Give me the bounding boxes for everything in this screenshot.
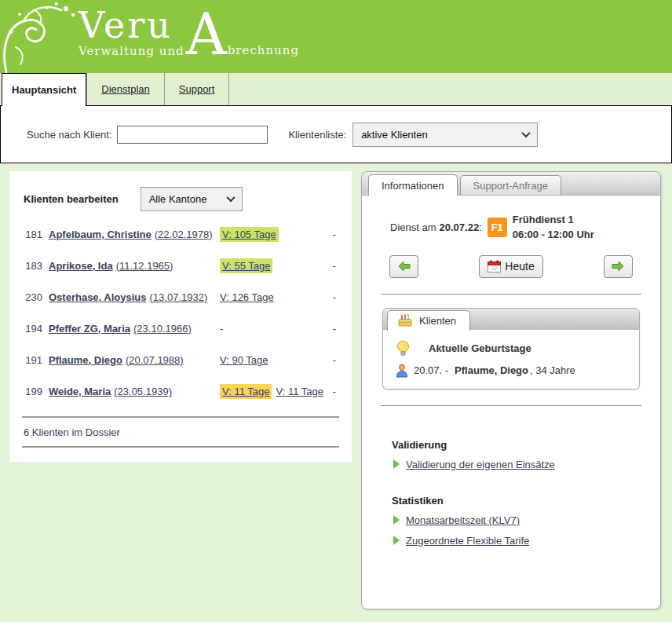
client-name-link[interactable]: Pflaume, Diego(20.07.1988) bbox=[49, 354, 184, 366]
row-dash: - bbox=[333, 386, 339, 397]
client-name: Pfeffer ZG, Maria bbox=[49, 323, 130, 335]
info-tab-bar: Informationen Support-Anfrage bbox=[362, 172, 660, 196]
client-id: 230 bbox=[22, 291, 42, 303]
logo-subtitle-right: brechnung bbox=[228, 43, 299, 58]
vacation-days-link[interactable]: V: 55 Tage bbox=[220, 258, 272, 273]
triangle-right-icon bbox=[393, 536, 400, 545]
triangle-right-icon bbox=[393, 459, 400, 469]
birthdays-heading: Aktuelle Geburtstage bbox=[429, 342, 531, 354]
validierung-heading: Validierung bbox=[392, 439, 645, 451]
calendar-icon: 12 bbox=[488, 260, 501, 273]
logo-text-a: A bbox=[186, 12, 227, 58]
statistiken-heading: Statistiken bbox=[392, 495, 645, 507]
client-name: Weide, Maria bbox=[49, 386, 111, 397]
row-dash: - bbox=[333, 260, 339, 272]
vacation-days-link[interactable]: V: 11 Tage bbox=[276, 384, 323, 399]
client-id: 181 bbox=[22, 229, 42, 240]
main-tab-bar: Hauptansicht Dienstplan Support bbox=[0, 73, 672, 106]
search-label: Suche nach Klient: bbox=[27, 129, 111, 141]
search-section: Suche nach Klient: Klientenliste: aktive… bbox=[0, 106, 672, 163]
birthdays-heading-row: Aktuelle Geburtstage bbox=[396, 340, 628, 357]
client-row: 191 Pflaume, Diego(20.07.1988) V: 90 Tag… bbox=[22, 344, 339, 375]
birthday-entry-date: 20.07. - bbox=[414, 364, 448, 376]
client-name-link[interactable]: Aprikose, Ida(11.12.1965) bbox=[49, 260, 173, 272]
tab-dienstplan-label: Dienstplan bbox=[101, 83, 149, 95]
client-row: 194 Pfeffer ZG, Maria(23.10.1966) - - bbox=[22, 313, 339, 344]
klienten-box: Klienten Aktuelle Geburtstage bbox=[382, 308, 640, 390]
flourish-decoration-icon bbox=[0, 0, 79, 73]
client-name-link[interactable]: Apfelbaum, Christine(22.02.1978) bbox=[49, 229, 212, 240]
lightbulb-icon bbox=[396, 340, 410, 357]
client-id: 199 bbox=[22, 386, 42, 397]
client-row: 199 Weide, Maria(23.05.1939) V: 11 TageV… bbox=[22, 375, 339, 407]
vacation-days-link[interactable]: V: 11 Tage bbox=[220, 384, 272, 399]
kanton-selected-value: Alle Kantone bbox=[149, 193, 207, 205]
client-row: 230 Osterhase, Aloysius(13.07.1932) V: 1… bbox=[22, 281, 339, 313]
birthday-cake-icon bbox=[398, 314, 412, 327]
clients-count-footer: 6 Klienten im Dossier bbox=[24, 426, 339, 438]
row-dash: - bbox=[333, 291, 339, 303]
tab-informationen[interactable]: Informationen bbox=[368, 174, 458, 196]
info-panel: Informationen Support-Anfrage Dienst am … bbox=[361, 171, 661, 609]
link-row: Zugeordnete Flexible Tarife bbox=[393, 535, 645, 547]
client-birthdate: (23.10.1966) bbox=[133, 323, 192, 335]
clients-panel-title: Klienten bearbeiten bbox=[24, 193, 119, 205]
tab-support-label: Support bbox=[179, 83, 215, 95]
vacation-days-link[interactable]: V: 90 Tage bbox=[220, 353, 268, 368]
divider bbox=[381, 405, 641, 406]
tab-support-anfrage[interactable]: Support-Anfrage bbox=[460, 175, 561, 195]
shift-time: 06:00 - 12:00 Uhr bbox=[513, 228, 594, 243]
info-panel-body: Dienst am 20.07.22 : F1 Frühdienst 1 06:… bbox=[362, 196, 660, 547]
arrow-right-icon bbox=[612, 261, 624, 272]
validierung-link[interactable]: Validierung der eigenen Einsätze bbox=[406, 459, 555, 470]
row-dash: - bbox=[333, 354, 339, 366]
client-name: Aprikose, Ida bbox=[49, 260, 113, 272]
klienten-box-tab-bar: Klienten bbox=[383, 309, 639, 330]
chevron-down-icon bbox=[521, 129, 530, 137]
client-name-link[interactable]: Osterhase, Aloysius(13.07.1932) bbox=[49, 291, 207, 303]
client-birthdate: (11.12.1965) bbox=[116, 260, 173, 272]
app-logo: Veru Verwaltung und A brechnung bbox=[79, 6, 299, 58]
clients-panel-header: Klienten bearbeiten Alle Kantone bbox=[24, 185, 339, 212]
vacation-days-link[interactable]: V: 105 Tage bbox=[220, 227, 279, 242]
client-name: Apfelbaum, Christine bbox=[49, 229, 152, 240]
date-navigation: 12 Heute bbox=[378, 255, 645, 278]
vacation-days-link[interactable]: V: 126 Tage bbox=[220, 290, 274, 305]
klientenliste-select[interactable]: aktive Klienten bbox=[352, 123, 538, 147]
duty-row: Dienst am 20.07.22 : F1 Frühdienst 1 06:… bbox=[390, 213, 645, 243]
clients-panel: Klienten bearbeiten Alle Kantone 181 Apf… bbox=[9, 171, 352, 462]
client-name: Osterhase, Aloysius bbox=[49, 291, 147, 303]
main-content: Klienten bearbeiten Alle Kantone 181 Apf… bbox=[0, 163, 672, 609]
duty-colon: : bbox=[479, 221, 482, 233]
kanton-select[interactable]: Alle Kantone bbox=[141, 187, 243, 211]
today-button[interactable]: 12 Heute bbox=[479, 255, 542, 278]
flexible-tarife-link[interactable]: Zugeordnete Flexible Tarife bbox=[406, 535, 529, 547]
link-row: Monatsarbeitszeit (KLV7) bbox=[393, 514, 645, 526]
klientenliste-selected-value: aktive Klienten bbox=[361, 129, 428, 141]
divider bbox=[22, 446, 339, 448]
klienten-tab-label: Klienten bbox=[419, 315, 456, 327]
klientenliste-label: Klientenliste: bbox=[288, 129, 346, 141]
next-day-button[interactable] bbox=[604, 255, 633, 278]
client-name-link[interactable]: Pfeffer ZG, Maria(23.10.1966) bbox=[49, 323, 192, 335]
person-icon bbox=[395, 364, 409, 378]
birthday-entry: 20.07. - Pflaume, Diego, 34 Jahre bbox=[395, 364, 628, 378]
row-dash: - bbox=[333, 323, 339, 335]
client-birthdate: (22.02.1978) bbox=[155, 229, 213, 240]
client-name-link[interactable]: Weide, Maria(23.05.1939) bbox=[49, 386, 172, 397]
tab-klienten[interactable]: Klienten bbox=[387, 310, 470, 331]
shift-badge: F1 bbox=[488, 218, 507, 237]
duty-date: 20.07.22 bbox=[440, 221, 480, 233]
tab-hauptansicht[interactable]: Hauptansicht bbox=[2, 73, 86, 106]
previous-day-button[interactable] bbox=[389, 255, 418, 278]
client-row: 181 Apfelbaum, Christine(22.02.1978) V: … bbox=[22, 218, 339, 250]
badge-placeholder: - bbox=[220, 323, 223, 335]
app-header: Veru Verwaltung und A brechnung bbox=[0, 0, 672, 73]
search-input[interactable] bbox=[117, 126, 268, 144]
tab-dienstplan[interactable]: Dienstplan bbox=[86, 73, 164, 105]
tab-support[interactable]: Support bbox=[165, 73, 230, 105]
today-button-label: Heute bbox=[505, 260, 534, 273]
duty-label: Dienst am bbox=[390, 221, 436, 233]
client-id: 183 bbox=[22, 260, 42, 272]
monatsarbeitszeit-link[interactable]: Monatsarbeitszeit (KLV7) bbox=[406, 514, 520, 526]
